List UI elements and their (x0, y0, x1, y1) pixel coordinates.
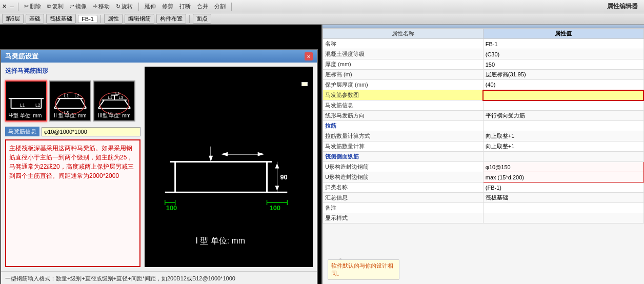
dialog-preview: 100 100 90 (145, 67, 313, 267)
svg-line-9 (80, 98, 86, 108)
delete-icon: ✂ (24, 3, 29, 10)
prop-name: 拉筋 (323, 121, 484, 131)
svg-marker-45 (258, 152, 265, 156)
tab-foundation[interactable]: 基础 (26, 14, 44, 24)
table-row: 底标高 (m)层底标高(31.95) (323, 70, 644, 80)
table-row: 混凝土强度等级(C30) (323, 49, 644, 59)
prop-name: 底标高 (m) (323, 70, 484, 80)
prop-value (483, 121, 643, 131)
table-row: 名称FB-1 (323, 39, 644, 49)
prop-value[interactable]: 向上取整+1 (483, 141, 643, 152)
svg-text:I 型  单位: mm: I 型 单位: mm (195, 236, 245, 245)
tab-raft[interactable]: 筏板基础 (46, 14, 76, 24)
info-value[interactable]: φ10@1000*1000 (42, 127, 140, 136)
col-header-value[interactable]: 属性值 (483, 29, 643, 39)
prop-value[interactable]: (40) (483, 80, 643, 90)
tab-edit-rebar[interactable]: 编辑钢筋 (125, 14, 154, 24)
merge-btn[interactable]: 合并 (195, 2, 210, 11)
copy-icon: ⧉ (47, 3, 51, 10)
rotate-btn[interactable]: ↻ 旋转 (114, 2, 134, 11)
svg-marker-39 (275, 164, 279, 169)
delete-btn[interactable]: ✂ 删除 (23, 2, 43, 11)
col-header-name: 属性名称 (323, 29, 484, 39)
prop-value[interactable]: 层底标高(31.95) (483, 70, 643, 80)
break-btn[interactable]: 打断 (178, 2, 192, 11)
main-toolbar: ✕ ─ ✂ 删除 ⧉ 复制 ⇌ 镜像 ✛ 移动 ↻ 旋转 延伸 修剪 打断 合并… (0, 0, 644, 13)
shape-type3[interactable]: L1 L3 L2 L2 III型 单位: mm (93, 80, 135, 121)
prop-value[interactable]: 150 (483, 59, 643, 70)
svg-marker-46 (221, 152, 228, 156)
prop-value[interactable]: 向上取整+1 (483, 131, 643, 141)
svg-text:90: 90 (280, 173, 287, 181)
shape-type2[interactable]: L1 L2 L3 II 型 单位: mm (49, 80, 91, 121)
prop-name: U形构造封边钢筋 (323, 172, 484, 182)
table-row: 归类名称(FB-1) (323, 182, 644, 193)
note-box: 主楼筏板深基采用这两种马凳筋。如果采用钢筋直径小于主筋一到两个级别，如主筋为25… (5, 139, 140, 267)
property-panel: 属性名称 属性值 名称FB-1混凝土强度等级(C30)厚度 (mm)150底标高… (321, 25, 644, 284)
tab-property[interactable]: 属性 (104, 14, 123, 24)
prop-name: 线形马发筋方向 (323, 111, 484, 121)
svg-text:L1: L1 (20, 103, 25, 108)
prop-name: 汇总信息 (323, 193, 484, 203)
dialog-body: 选择马凳筋图形 (1, 63, 317, 284)
move-btn[interactable]: ✛ 移动 (91, 2, 111, 11)
dialog-close-button[interactable]: ✕ (305, 52, 313, 60)
minimize-icon[interactable]: ─ (10, 4, 14, 10)
svg-text:L3: L3 (119, 95, 123, 100)
dialog-madengjin: 马凳筋设置 ✕ 选择马凳筋图形 (0, 49, 318, 284)
svg-text:L2: L2 (115, 91, 119, 96)
prop-value[interactable]: φ10@150 (483, 162, 643, 172)
table-row: 拉筋数量计算方式向上取整+1 (323, 131, 644, 141)
table-row: 备注 (323, 203, 644, 213)
prop-name: U形构造封边钢筋 (323, 162, 484, 172)
table-row: 拉筋 (323, 121, 644, 131)
split-btn[interactable]: 分割 (213, 2, 227, 11)
prop-name: 厚度 (mm) (323, 59, 484, 70)
sep4 (100, 15, 101, 23)
svg-marker-40 (275, 186, 279, 191)
svg-line-17 (125, 100, 130, 108)
shape-type1[interactable]: L1 L2 L3 I 型 单位: mm (5, 80, 47, 121)
prop-value (483, 90, 643, 100)
prop-name: 马发筋信息 (323, 100, 484, 111)
table-row: 马发筋参数图 (323, 90, 644, 100)
dialog-footer: 一型钢筋输入格式：数量+级别+直径或级别+直径+间距*间距，如200B12或B1… (1, 271, 317, 284)
tab-component[interactable]: 构件布置 (156, 14, 186, 24)
svg-point-11 (56, 93, 85, 114)
property-table: 属性名称 属性值 名称FB-1混凝土强度等级(C30)厚度 (mm)150底标高… (323, 28, 644, 224)
info-label: 马凳筋信息 (5, 127, 39, 136)
mirror-icon: ⇌ (70, 3, 74, 10)
prop-name: 名称 (323, 39, 484, 49)
tab-facepoint[interactable]: 面点 (193, 14, 211, 24)
prop-value (483, 203, 643, 213)
prop-editor-title: 属性编辑器 (607, 2, 638, 11)
tab-layer6[interactable]: 第6层 (2, 14, 24, 24)
svg-marker-43 (209, 156, 213, 162)
prop-name: 归类名称 (323, 182, 484, 193)
trim-btn[interactable]: 修剪 (160, 2, 175, 11)
prop-value[interactable]: (FB-1) (483, 182, 643, 193)
prop-value[interactable]: max (15*d,200) (483, 172, 643, 182)
prop-value (483, 152, 643, 162)
extend-btn[interactable]: 延伸 (143, 2, 157, 11)
prop-name: 备注 (323, 203, 484, 213)
prop-value (483, 100, 643, 111)
toolbar-sep2 (138, 3, 139, 11)
toolbar-separator (18, 3, 18, 11)
copy-btn[interactable]: ⧉ 复制 (46, 2, 65, 11)
prop-name: 保护层厚度 (mm) (323, 80, 484, 90)
svg-line-8 (54, 98, 60, 108)
mirror-btn[interactable]: ⇌ 镜像 (68, 2, 88, 11)
prop-value[interactable]: FB-1 (483, 39, 643, 49)
prop-value[interactable]: 平行横向受力筋 (483, 111, 643, 121)
table-row: 线形马发筋方向平行横向受力筋 (323, 111, 644, 121)
toolbar-sep3 (231, 3, 232, 11)
footer-hint: 一型钢筋输入格式：数量+级别+直径或级别+直径+间距*间距，如200B12或B1… (5, 275, 313, 282)
prop-value[interactable]: 筏板基础 (483, 193, 643, 203)
prop-value[interactable]: (C30) (483, 49, 643, 59)
tab-fb1[interactable]: FB-1 (78, 15, 97, 23)
arrow-annotation (301, 82, 308, 86)
close-icon[interactable]: ✕ (2, 3, 7, 10)
svg-text:100: 100 (166, 204, 177, 212)
table-row: 汇总信息筏板基础 (323, 193, 644, 203)
